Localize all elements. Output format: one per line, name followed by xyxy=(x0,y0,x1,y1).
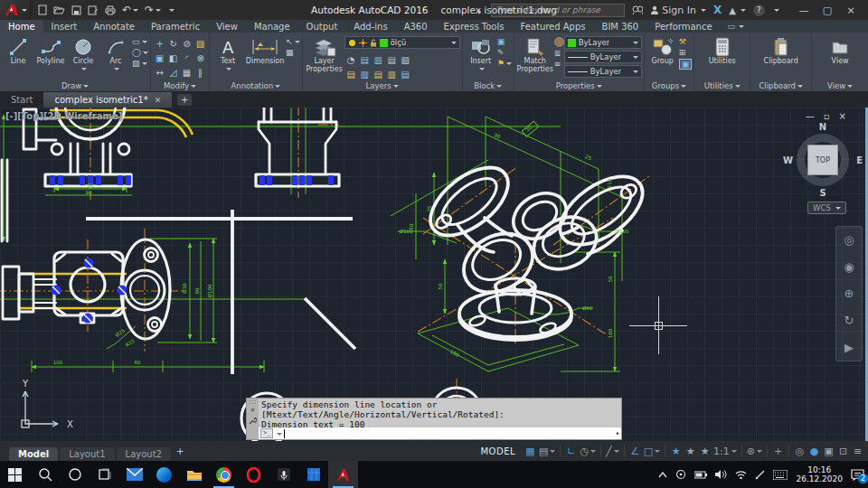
panel-label-view[interactable]: View xyxy=(812,81,868,90)
arc-button[interactable]: Arc xyxy=(99,34,132,71)
open-file-icon[interactable] xyxy=(53,5,65,15)
save-icon[interactable] xyxy=(71,5,81,15)
leader-icon[interactable]: ↖ xyxy=(286,37,300,46)
save-as-icon[interactable] xyxy=(88,5,99,15)
menu-tab-annotate[interactable]: Annotate xyxy=(85,20,143,33)
update-status-icon[interactable] xyxy=(675,469,686,480)
menu-tab-express-tools[interactable]: Express Tools xyxy=(436,20,513,33)
panel-label-clipboard[interactable]: Clipboard xyxy=(750,81,811,90)
start-button[interactable] xyxy=(0,461,30,488)
polyline-button[interactable]: Polyline xyxy=(34,34,67,66)
lineweight-select[interactable]: ByLayer xyxy=(564,51,642,63)
dimension-button[interactable]: Dimension xyxy=(244,34,286,66)
clipboard-button[interactable]: Clipboard xyxy=(755,34,807,66)
lineweight-list-icon[interactable]: ≣ xyxy=(554,49,564,58)
rectangle-icon[interactable]: ▭ xyxy=(132,37,148,46)
display-icon[interactable]: ⊡ xyxy=(836,446,850,457)
hardware-acceleration-icon[interactable]: ● xyxy=(807,446,821,457)
opera-icon[interactable] xyxy=(239,461,269,488)
panel-label-block[interactable]: Block xyxy=(463,81,514,90)
group-selection-icon[interactable]: ▣ xyxy=(679,59,693,70)
annotation-monitor-icon[interactable]: + xyxy=(771,446,785,457)
recent-commands-icon[interactable]: >_ xyxy=(260,428,273,438)
menu-tab-add-ins[interactable]: Add-ins xyxy=(345,20,395,33)
ungroup-icon[interactable]: ⚒ xyxy=(679,37,693,46)
annotation-scale-icon[interactable]: ★ xyxy=(698,446,712,457)
move-icon[interactable]: + xyxy=(156,39,163,49)
wifi-icon[interactable] xyxy=(735,470,747,479)
showmotion-icon[interactable]: ▶ xyxy=(844,341,854,354)
new-drawing-tab-button[interactable]: + xyxy=(177,94,192,106)
command-history[interactable]: Specify dimension line location or[Mtext… xyxy=(259,399,621,439)
layer-off-icon[interactable]: ◔ xyxy=(347,55,355,65)
zoom-icon[interactable]: ⊕ xyxy=(844,286,854,300)
movies-app-icon[interactable] xyxy=(298,461,328,488)
command-expand-icon[interactable]: ▴ xyxy=(616,428,619,438)
viewcube-top-face[interactable]: TOP xyxy=(807,145,838,175)
file-tab-close-icon[interactable]: ✕ xyxy=(155,96,162,105)
object-snap-icon[interactable]: □ xyxy=(643,446,661,457)
table-icon[interactable]: ▦ xyxy=(286,48,300,57)
drawing-canvas[interactable]: 609010060Ø3090Ø100Ø25R153030755011025Ø10… xyxy=(0,108,868,441)
minimize-button[interactable]: — xyxy=(792,5,816,16)
array-icon[interactable]: ▦ xyxy=(183,68,191,78)
hatch-icon[interactable]: ▨ xyxy=(132,59,148,68)
file-tab-start[interactable]: Start xyxy=(0,92,43,108)
viewcube-north[interactable]: N xyxy=(819,122,826,132)
layer-select[interactable]: ölçü xyxy=(344,36,460,49)
group-edit-icon[interactable]: ⊞ xyxy=(679,48,693,57)
menu-tab-bim-360[interactable]: BIM 360 xyxy=(594,20,647,33)
trim-icon[interactable]: ⊘ xyxy=(183,39,190,49)
insert-button[interactable]: Insert xyxy=(465,34,497,71)
layer-thaw-icon[interactable]: ▤ xyxy=(373,70,382,80)
layer-unisolate-icon[interactable]: ▥ xyxy=(360,70,368,80)
layout-tab-layout1[interactable]: Layout1 xyxy=(60,447,114,461)
edge-icon[interactable] xyxy=(149,461,179,488)
clean-screen-icon[interactable]: ▣ xyxy=(822,446,835,457)
menu-tab-view[interactable]: View xyxy=(208,20,246,33)
close-button[interactable]: × xyxy=(839,5,863,16)
command-drag-grip[interactable] xyxy=(249,399,257,404)
menu-tab-performance[interactable]: Performance xyxy=(646,20,720,33)
panel-label-modify[interactable]: Modify xyxy=(151,81,209,90)
isometric-drafting-icon[interactable]: ╱ xyxy=(605,446,620,457)
layer-freeze-icon[interactable]: ▥ xyxy=(373,55,382,65)
explode-icon[interactable]: ⊗ xyxy=(196,53,203,63)
layer-match-icon[interactable]: ▧ xyxy=(401,55,409,65)
group-button[interactable]: Group xyxy=(646,34,679,66)
navigation-wheel-icon[interactable]: ◎ xyxy=(844,233,854,247)
pen-icon[interactable] xyxy=(755,470,765,480)
snap-mode-icon[interactable]: ▤ xyxy=(538,446,556,457)
undo-button[interactable]: ↶ xyxy=(122,5,138,15)
viewcube-east[interactable]: E xyxy=(856,155,863,165)
copy-icon[interactable]: ▣ xyxy=(156,53,164,63)
autocad-app-button[interactable] xyxy=(0,0,31,20)
command-caret-icon[interactable] xyxy=(277,433,282,438)
menu-tab-insert[interactable]: Insert xyxy=(43,20,86,33)
layout-tab-model[interactable]: Model xyxy=(9,447,58,461)
menu-tab-home[interactable]: Home xyxy=(0,20,43,33)
redo-caret-icon[interactable] xyxy=(156,9,161,14)
edit-block-icon[interactable]: ▣ xyxy=(497,37,512,46)
menu-tab-a360[interactable]: A360 xyxy=(396,20,436,33)
help-caret-icon[interactable] xyxy=(774,9,779,14)
utilities-button[interactable]: Utilities xyxy=(699,34,746,66)
panel-label-utilities[interactable]: Utilities xyxy=(694,81,750,90)
layer-properties-button[interactable]: Layer Properties xyxy=(305,34,344,73)
annotation-visibility-icon[interactable]: ★ xyxy=(669,446,683,457)
new-file-icon[interactable] xyxy=(38,5,47,15)
circle-caret-icon[interactable] xyxy=(81,68,87,73)
command-close-icon[interactable]: ✕ xyxy=(250,407,255,414)
isolate-objects-icon[interactable]: ◎ xyxy=(793,446,807,457)
chrome-icon[interactable] xyxy=(209,461,239,488)
panel-label-groups[interactable]: Groups xyxy=(645,81,694,90)
panel-label-layers[interactable]: Layers xyxy=(303,81,462,90)
panel-label-annotation[interactable]: Annotation xyxy=(210,81,302,90)
pan-icon[interactable]: ◉ xyxy=(844,260,854,274)
search-expand-icon[interactable] xyxy=(478,9,484,14)
object-snap-tracking-icon[interactable]: ∠ xyxy=(628,446,642,457)
viewcube-west[interactable]: W xyxy=(783,155,793,165)
annotation-autoscale-icon[interactable]: ★ xyxy=(684,446,697,457)
qat-customize-caret-icon[interactable] xyxy=(169,9,175,14)
customization-menu-icon[interactable]: ≡ xyxy=(851,446,864,457)
